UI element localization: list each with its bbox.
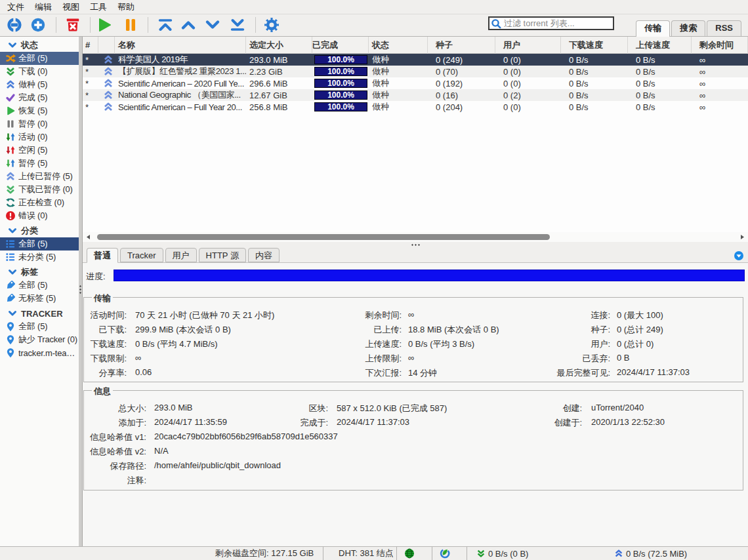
filter-label: 正在检查 (0) — [18, 197, 64, 209]
category-section: 分类 全部 (5) 未分类 (5) — [0, 224, 79, 264]
menu-file[interactable]: 文件 — [2, 0, 30, 14]
play-icon — [5, 106, 16, 116]
filter-completed[interactable]: 完成 (5) — [0, 91, 79, 104]
column-up-speed[interactable]: 上传速度 — [628, 37, 692, 54]
column-down-speed[interactable]: 下载速度 — [561, 37, 628, 54]
double-chevron-down-icon — [476, 549, 486, 558]
tag-header[interactable]: 标签 — [0, 266, 79, 279]
tab-trackers[interactable]: Tracker — [120, 248, 163, 262]
tracker-trackerless[interactable]: 缺少 Tracker (0) — [0, 333, 79, 346]
column-eta[interactable]: 剩余时间 — [692, 37, 748, 54]
collapse-panel-icon[interactable] — [734, 251, 743, 260]
filter-checking[interactable]: 正在检查 (0) — [0, 196, 79, 209]
status-header[interactable]: 状态 — [0, 39, 79, 52]
connection-status-button[interactable] — [404, 547, 415, 560]
torrent-row[interactable]: * 【扩展版】红色警戒2 重聚2023 1.... 2.23 GiB 100.0… — [83, 66, 748, 77]
filter-inactive[interactable]: 空闲 (5) — [0, 144, 79, 157]
resume-button[interactable] — [96, 17, 112, 33]
info-created-by-row: 创建:uTorrent/2040 — [84, 403, 743, 413]
transfer-c3r4-label: 最后完整可见: — [556, 367, 610, 379]
category-header[interactable]: 分类 — [0, 224, 79, 237]
scroll-right-icon[interactable] — [739, 234, 745, 240]
section-title: TRACKER — [21, 309, 63, 319]
row-size: 2.23 GiB — [246, 67, 312, 77]
tab-content[interactable]: 内容 — [248, 248, 280, 262]
info-created-by-label: 创建: — [562, 403, 582, 414]
menu-edit[interactable]: 编辑 — [30, 0, 57, 14]
row-peers: 0 (0) — [495, 79, 561, 89]
column-seeds[interactable]: 种子 — [428, 37, 495, 54]
download-speed-status[interactable]: 0 B/s (0 B) — [476, 547, 528, 560]
category-all[interactable]: 全部 (5) — [0, 237, 79, 250]
column-done[interactable]: 已完成 — [312, 37, 369, 54]
column-number[interactable]: # — [83, 37, 98, 54]
filter-paused[interactable]: 暂停 (0) — [0, 117, 79, 130]
row-done-cell: 100.0% — [312, 79, 369, 88]
tab-peers[interactable]: 用户 — [165, 248, 197, 262]
filter-errored[interactable]: 错误 (0) — [0, 209, 79, 222]
tag-untagged[interactable]: 无标签 (5) — [0, 292, 79, 305]
row-up-speed: 0 B/s — [628, 79, 692, 89]
torrent-row[interactable]: * Scientific American – 2020 Full Ye... … — [83, 77, 748, 89]
row-mark: * — [83, 102, 98, 112]
move-bottom-icon — [230, 17, 245, 33]
row-down-speed: 0 B/s — [561, 90, 628, 100]
torrent-row[interactable]: * 科学美国人 2019年 293.0 MiB 100.0% 做种 0 (249… — [83, 54, 748, 66]
options-button[interactable] — [264, 17, 280, 33]
tracker-header[interactable]: TRACKER — [0, 307, 79, 320]
filter-placeholder: 过滤 torrent 列表... — [504, 18, 575, 30]
upload-speed-status[interactable]: 0 B/s (72.5 MiB) — [614, 547, 687, 560]
move-top-button[interactable] — [157, 17, 173, 33]
filter-all[interactable]: 全部 (5) — [0, 52, 79, 65]
filter-stalled[interactable]: 暂停 (5) — [0, 157, 79, 170]
tab-search[interactable]: 搜索 — [671, 20, 705, 36]
information-groupbox: 信息 总大小:293.0 MiB区块:587 x 512.0 KiB (已完成 … — [83, 390, 743, 490]
filter-torrent-input[interactable]: 过滤 torrent 列表... — [488, 16, 614, 30]
delete-button[interactable] — [65, 17, 81, 33]
filter-stalled-downloading[interactable]: 下载已暂停 (0) — [0, 183, 79, 196]
category-uncategorized[interactable]: 未分类 (5) — [0, 250, 79, 264]
filter-label: 未分类 (5) — [18, 251, 56, 263]
filter-resumed[interactable]: 恢复 (5) — [0, 104, 79, 117]
row-done-cell: 100.0% — [312, 90, 369, 100]
tab-general[interactable]: 普通 — [87, 248, 118, 263]
move-down-button[interactable] — [205, 17, 220, 33]
column-peers[interactable]: 用户 — [495, 37, 561, 54]
move-bottom-button[interactable] — [230, 17, 245, 33]
double-chevron-up-icon — [103, 102, 114, 112]
tracker-mteam[interactable]: tracker.m-team… — [0, 346, 79, 359]
table-horizontal-scrollbar[interactable] — [83, 232, 748, 242]
menu-help[interactable]: 帮助 — [112, 0, 140, 14]
column-icon[interactable] — [98, 37, 115, 54]
row-eta: ∞ — [692, 90, 748, 100]
column-size[interactable]: 选定大小 — [246, 37, 312, 54]
filter-stalled-uploading[interactable]: 上传已暂停 (5) — [0, 170, 79, 183]
menu-tools[interactable]: 工具 — [85, 0, 112, 14]
alt-speed-button[interactable] — [440, 547, 450, 560]
tag-all[interactable]: 全部 (5) — [0, 279, 79, 292]
tab-http-sources[interactable]: HTTP 源 — [199, 248, 246, 262]
pause-button[interactable] — [123, 17, 138, 33]
tab-rss[interactable]: RSS — [707, 20, 741, 36]
tracker-all[interactable]: 全部 (5) — [0, 320, 79, 333]
add-torrent-file-button[interactable] — [30, 17, 46, 33]
filter-downloading[interactable]: 下载 (0) — [0, 65, 79, 78]
filter-active[interactable]: 活动 (0) — [0, 130, 79, 144]
scroll-left-icon[interactable] — [85, 234, 91, 240]
scrollbar-thumb[interactable] — [97, 234, 550, 240]
row-mark: * — [83, 55, 98, 65]
panel-splitter[interactable] — [83, 242, 748, 248]
column-name[interactable]: 名称 — [115, 37, 246, 54]
move-up-button[interactable] — [180, 17, 196, 33]
double-chevron-down-icon — [5, 66, 16, 77]
filter-seeding[interactable]: 做种 (5) — [0, 78, 79, 91]
torrent-row[interactable]: * Scientific American – Full Year 20... … — [83, 101, 748, 113]
menu-view[interactable]: 视图 — [57, 0, 85, 14]
move-top-icon — [157, 17, 173, 33]
add-torrent-link-button[interactable] — [7, 17, 22, 33]
arrows-down-up-icon — [5, 145, 16, 155]
filter-label: 活动 (0) — [18, 131, 47, 143]
tab-transfers[interactable]: 传输 — [636, 20, 670, 37]
column-status[interactable]: 状态 — [369, 37, 428, 54]
torrent-row[interactable]: * National Geographic （美国国家... 12.67 GiB… — [83, 89, 748, 101]
